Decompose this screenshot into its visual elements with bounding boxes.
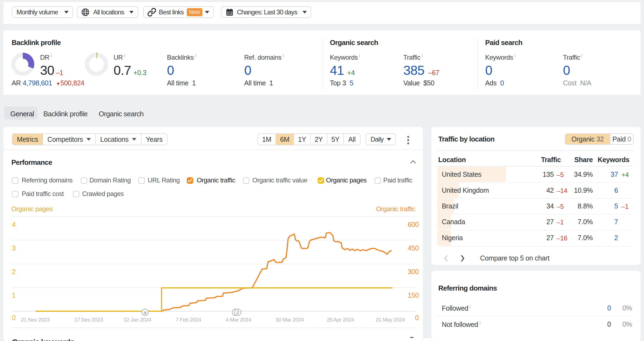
svg-text:30 Mar 2024: 30 Mar 2024 [276,317,304,323]
svg-text:2: 2 [236,310,239,315]
svg-text:450: 450 [408,244,419,252]
svg-text:0: 0 [415,314,419,321]
svg-text:600: 600 [408,221,419,228]
svg-text:300: 300 [408,268,419,275]
svg-text:a: a [144,310,147,315]
svg-text:3: 3 [12,244,16,252]
svg-text:0: 0 [12,314,16,321]
svg-text:4 Mar 2024: 4 Mar 2024 [226,317,252,323]
svg-text:Organic pages: Organic pages [11,205,53,213]
svg-text:7 Feb 2024: 7 Feb 2024 [176,317,201,323]
svg-text:Organic traffic: Organic traffic [376,205,416,213]
svg-text:150: 150 [408,291,419,299]
svg-text:21 Nov 2023: 21 Nov 2023 [21,317,50,323]
svg-text:25 Apr 2024: 25 Apr 2024 [327,317,354,323]
svg-text:12 Jan 2024: 12 Jan 2024 [124,317,152,323]
svg-text:17 Dec 2023: 17 Dec 2023 [74,317,103,323]
svg-text:21 May 2024: 21 May 2024 [376,317,405,323]
svg-text:2: 2 [12,268,16,275]
svg-text:4: 4 [12,221,16,228]
svg-text:1: 1 [12,291,16,299]
